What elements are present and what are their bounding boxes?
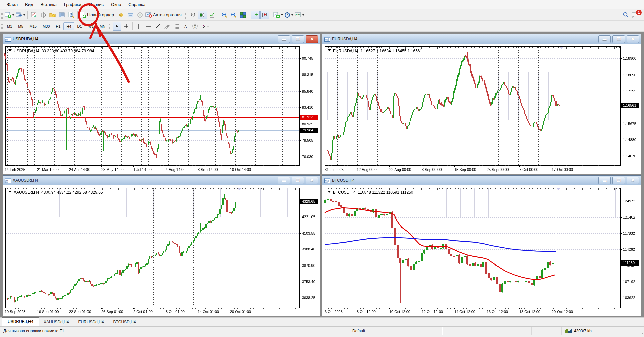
dropdown-caret-icon [281,14,283,16]
window-minimize-button[interactable]: ▬ [278,35,290,43]
crosshair-tool[interactable] [122,22,131,31]
dropdown-caret-icon [302,14,304,16]
window-close-button[interactable]: ✕ [627,177,639,184]
price-chart-btcusd[interactable] [322,185,641,316]
menu-item-1[interactable]: Вид [21,0,37,9]
new-order-button[interactable]: Новый ордер [79,11,116,19]
resize-grip[interactable] [639,330,643,334]
chart-tab-bar: USDRUBd,H4XAUUSDd,H4EURUSDd,H4BTCUSD,H4 [0,317,644,326]
data-window-button[interactable] [39,11,48,19]
profiles-button[interactable] [15,11,26,19]
status-traffic: 4393/7 kb [562,327,595,335]
status-cell [442,327,472,335]
periods-button[interactable] [284,11,294,19]
text-tool[interactable]: A [181,22,190,31]
window-restore-button[interactable]: ❐ [612,177,625,184]
timeframe-w1[interactable]: W1 [85,22,97,30]
window-restore-button[interactable]: ❐ [292,177,304,184]
terminal-button[interactable] [58,11,66,19]
menu-item-3[interactable]: Графики [60,0,85,9]
chart-window-icon [5,178,11,183]
zoom-in-button[interactable] [220,11,229,19]
window-title-bar[interactable]: XAUUSDd,H4 ▬ ❐ ✕ [3,176,320,185]
window-close-button[interactable]: ✕ [306,177,318,184]
auto-scroll-button[interactable] [251,11,260,19]
menu-item-0[interactable]: Файл [3,0,21,9]
market-watch-button[interactable] [30,11,38,19]
toolbar-main: Новый ордерАвто-торговля1 [0,9,644,21]
trendline-tool[interactable] [153,22,162,31]
timeframe-m1[interactable]: M1 [4,22,15,30]
window-title-bar[interactable]: BTCUSD,H4 ▬ ❐ ✕ [322,176,641,185]
svg-text:A: A [184,24,187,29]
metaeditor-button[interactable] [126,11,135,19]
window-title-bar[interactable]: USDRUBd,H4 ▬ ❐ ✕ [3,34,320,44]
text-label-tool[interactable]: T [191,22,199,31]
toolbar-grip [1,11,3,19]
notifications-button[interactable]: 1 [631,11,639,19]
chart-window-xauusdd: XAUUSDd,H4 ▬ ❐ ✕ [3,175,320,316]
history-center-button[interactable] [117,11,126,19]
templates-button[interactable] [294,11,305,19]
candlestick-mode-button[interactable] [198,11,207,19]
network-bars-icon [565,328,572,333]
menu-item-2[interactable]: Вставка [37,0,60,9]
strategy-tester-button[interactable] [67,11,76,19]
toolbar-separator [77,11,78,19]
chart-window-icon [324,178,330,183]
chart-tab-eurusdd[interactable]: EURUSDd,H4 [73,318,108,326]
vertical-line-tool[interactable] [134,22,143,31]
chart-tab-xauusdd[interactable]: XAUUSDd,H4 [39,318,73,326]
fibonacci-tool[interactable] [172,22,181,31]
price-chart-eurusdd[interactable] [322,44,641,174]
chart-tab-usdrubd[interactable]: USDRUBd,H4 [2,317,39,326]
auto-trading-button[interactable]: Авто-торговля [145,11,184,19]
toolbar-grip [1,22,3,30]
cursor-tool[interactable] [113,22,121,31]
menu-item-4[interactable]: Сервис [85,0,108,9]
indicators-button[interactable] [273,11,283,19]
tile-windows-button[interactable] [239,11,247,19]
arrows-tool[interactable] [200,22,209,31]
status-cell [472,327,502,335]
chart-shift-button[interactable] [260,11,269,19]
signals-button[interactable] [136,11,144,19]
chart-tab-btcusd[interactable]: BTCUSD,H4 [108,318,140,326]
window-title-bar[interactable]: EURUSDd,H4 ▬ ❐ ✕ [322,34,641,44]
window-title: USDRUBd,H4 [13,37,278,41]
chart-window-usdrubd: USDRUBd,H4 ▬ ❐ ✕ [3,34,320,174]
new-chart-button[interactable] [4,11,15,19]
dropdown-caret-icon [12,14,14,16]
navigator-button[interactable] [48,11,57,19]
menu-bar: ФайлВидВставкаГрафикиСервисОкноСправка [0,0,644,9]
price-chart-usdrubd[interactable] [3,44,320,174]
bar-chart-mode-button[interactable] [189,11,197,19]
new-order-button-label: Новый ордер [87,12,114,17]
svg-text:T: T [194,24,196,28]
zoom-out-button[interactable] [229,11,238,19]
timeframe-h1[interactable]: H1 [53,22,63,30]
menu-item-5[interactable]: Окно [107,0,125,9]
timeframe-mn[interactable]: MN [97,22,108,30]
timeframe-d1[interactable]: D1 [74,22,85,30]
timeframe-h4[interactable]: H4 [63,22,74,30]
window-minimize-button[interactable]: ▬ [598,35,611,43]
price-chart-xauusdd[interactable] [3,185,320,316]
window-minimize-button[interactable]: ▬ [598,177,611,184]
timeframe-m15[interactable]: M15 [26,22,40,30]
window-restore-button[interactable]: ❐ [292,35,304,43]
timeframe-m30[interactable]: M30 [40,22,53,30]
chart-window-btcusd: BTCUSD,H4 ▬ ❐ ✕ [322,175,641,316]
window-minimize-button[interactable]: ▬ [278,177,290,184]
window-close-button[interactable]: ✕ [627,35,639,43]
status-help-text: Для вызова справки нажмите F1 [0,327,349,335]
search-button[interactable] [621,11,630,19]
toolbar-separator [249,11,249,19]
menu-item-6[interactable]: Справка [125,0,149,9]
window-close-button[interactable]: ✕ [306,35,318,43]
window-restore-button[interactable]: ❐ [612,35,625,43]
channel-tool[interactable] [163,22,171,31]
line-chart-mode-button[interactable] [208,11,216,19]
horizontal-line-tool[interactable] [144,22,153,31]
timeframe-m5[interactable]: M5 [15,22,26,30]
